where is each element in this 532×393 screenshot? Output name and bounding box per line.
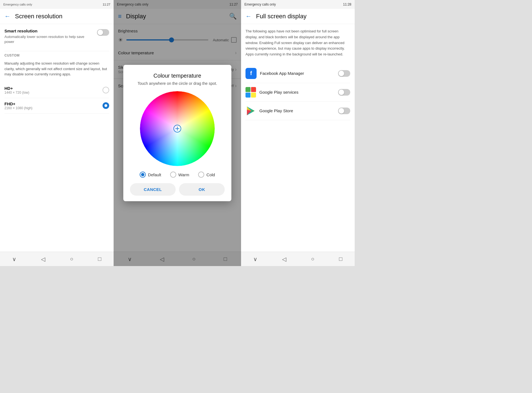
facebook-app-row: f Facebook App Manager [245,64,350,83]
right-panel-content: The following apps have not been optimis… [241,24,355,252]
left-header-title: Screen resolution [15,13,62,20]
fhd-plus-sub: 2160 × 1080 (high) [4,106,32,110]
smart-resolution-title: Smart resolution [4,29,95,33]
google-play-services-name: Google Play services [259,90,298,95]
color-wheel-crosshair[interactable] [173,125,181,132]
radio-default-label: Default [148,172,161,177]
google-play-store-toggle[interactable] [338,108,350,114]
right-status-bar: Emergency calls only 11:28 [241,0,355,9]
radio-warm-btn[interactable] [170,172,176,178]
facebook-app-name: Facebook App Manager [260,71,304,76]
smart-resolution-item: Smart resolution Automatically lower scr… [4,29,109,44]
nav-home-right[interactable]: ○ [311,256,314,262]
radio-cold[interactable]: Cold [198,172,215,178]
smart-resolution-desc: Automatically lower screen resolution to… [4,34,95,44]
smart-resolution-text: Smart resolution Automatically lower scr… [4,29,95,44]
radio-warm[interactable]: Warm [170,172,189,178]
left-back-arrow[interactable]: ← [4,13,11,20]
google-play-services-info: Google Play services [245,87,298,98]
radio-cold-btn[interactable] [198,172,204,178]
left-status-bar: Emergency calls only 11:27 [0,0,114,9]
color-wheel-container [130,91,225,166]
nav-down-right[interactable]: ∨ [253,256,257,262]
divider-1 [4,51,109,51]
fhd-plus-label: FHD+ [4,101,32,106]
radio-warm-label: Warm [178,172,189,177]
custom-section-label: CUSTOM [4,53,109,57]
puzzle-p1 [245,87,250,92]
google-play-store-row: Google Play Store [245,102,350,120]
custom-desc: Manually adjusting the screen resolution… [4,61,109,77]
radio-cold-label: Cold [206,172,215,177]
dialog-buttons: CANCEL OK [130,183,225,196]
left-bottom-nav: ∨ ◁ ○ □ [0,252,114,266]
fhd-plus-radio[interactable] [103,102,109,109]
google-play-services-toggle[interactable] [338,89,350,96]
fullscreen-desc: The following apps have not been optimis… [245,29,350,57]
smart-resolution-toggle[interactable] [97,29,109,36]
ok-button[interactable]: OK [179,183,225,196]
color-temp-radio-group: Default Warm Cold [130,172,225,178]
play-store-svg [246,106,256,116]
right-header-title: Full screen display [256,13,306,20]
nav-back-left[interactable]: ◁ [41,256,45,262]
puzzle-p4 [251,93,256,98]
fhd-plus-option[interactable]: FHD+ 2160 × 1080 (high) [4,98,109,114]
google-play-services-row: Google Play services [245,83,350,102]
right-status-emergency: Emergency calls only [244,2,276,6]
nav-down-left[interactable]: ∨ [12,256,16,262]
google-play-store-info: Google Play Store [245,106,293,116]
right-back-header: ← Full screen display [241,9,355,24]
right-panel: Emergency calls only 11:28 ← Full screen… [241,0,355,266]
dialog-desc: Touch anywhere on the circle or drag the… [130,81,225,86]
colour-temp-dialog: Colour temperature Touch anywhere on the… [123,65,231,201]
radio-default[interactable]: Default [140,172,161,178]
dialog-overlay: Colour temperature Touch anywhere on the… [114,0,241,266]
hd-plus-option[interactable]: HD+ 1440 × 720 (low) [4,83,109,98]
nav-recent-left[interactable]: □ [98,256,101,262]
nav-back-right[interactable]: ◁ [282,256,286,262]
color-wheel[interactable] [140,91,215,166]
hd-plus-radio[interactable] [103,87,109,93]
right-back-arrow[interactable]: ← [245,13,252,20]
left-status-time: 11:27 [103,3,110,6]
right-bottom-nav: ∨ ◁ ○ □ [241,252,355,266]
puzzle-p2 [251,87,256,92]
facebook-app-info: f Facebook App Manager [245,68,304,79]
left-panel-content: Smart resolution Automatically lower scr… [0,24,114,252]
cancel-button[interactable]: CANCEL [130,183,176,196]
fhd-plus-text: FHD+ 2160 × 1080 (high) [4,101,32,110]
puzzle-p3 [245,93,250,98]
facebook-icon-letter: f [250,70,252,76]
facebook-icon: f [245,68,257,79]
hd-plus-label: HD+ [4,86,29,91]
nav-recent-right[interactable]: □ [339,256,342,262]
hd-plus-text: HD+ 1440 × 720 (low) [4,86,29,95]
right-status-time: 11:28 [343,2,351,6]
google-play-store-name: Google Play Store [259,108,293,113]
radio-default-btn[interactable] [140,172,146,178]
nav-home-left[interactable]: ○ [70,256,73,262]
dialog-title: Colour temperature [130,73,225,79]
facebook-toggle[interactable] [338,70,350,77]
left-panel: Emergency calls only 11:27 ← Screen reso… [0,0,114,266]
left-status-emergency: Emergency calls only [3,3,32,6]
left-back-header: ← Screen resolution [0,9,114,24]
google-play-services-icon [245,87,256,98]
google-play-store-icon [245,106,256,116]
middle-panel: Emergency calls only 11:27 ≡ Display 🔍 B… [114,0,241,266]
hd-plus-sub: 1440 × 720 (low) [4,91,29,95]
